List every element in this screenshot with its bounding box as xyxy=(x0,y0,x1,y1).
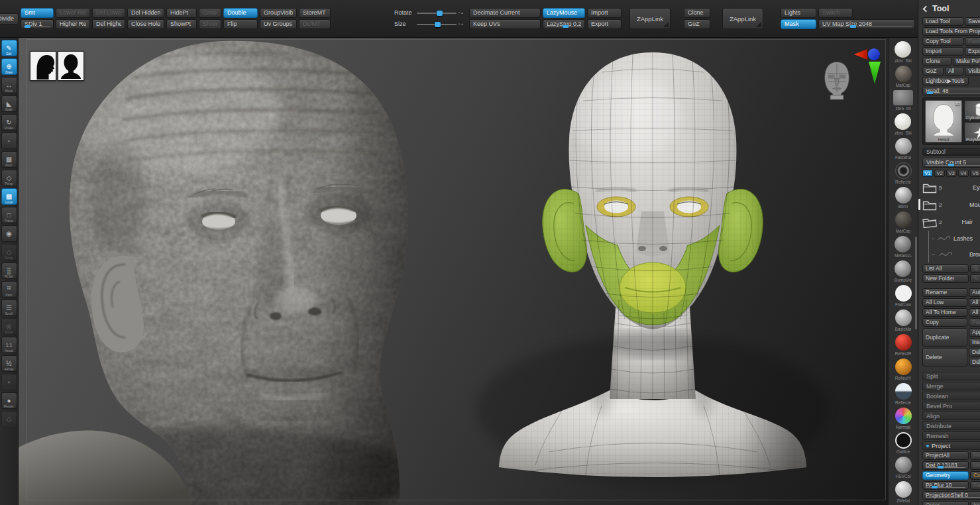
paint-dots-icon[interactable]: ⠛Paint xyxy=(1,281,17,298)
lazystep-0-25-slider[interactable]: LazyStep 0.25 xyxy=(543,19,585,29)
aa-half-icon[interactable]: ½AAHalf xyxy=(1,355,17,372)
move-icon[interactable]: ↔Move xyxy=(1,77,17,93)
list-all-button[interactable]: List All xyxy=(922,264,969,273)
tab-v3[interactable]: V3 xyxy=(946,170,957,177)
section-remesh[interactable]: Remesh xyxy=(922,431,980,440)
section-distribute[interactable]: Distribute xyxy=(922,421,980,430)
append-button[interactable]: Append xyxy=(969,328,980,337)
save-as-button[interactable]: Save As xyxy=(965,17,980,26)
tab-v5[interactable]: V5 xyxy=(970,170,980,177)
insert-button[interactable]: Insert xyxy=(969,338,980,347)
export-button[interactable]: Export xyxy=(587,19,622,29)
zapplink-button[interactable]: ZAppLink xyxy=(722,8,763,29)
section-align[interactable]: Align xyxy=(922,412,980,420)
flip-button[interactable]: Flip xyxy=(223,19,258,29)
duplicate-button[interactable]: Duplicate xyxy=(922,328,967,347)
frame-mesh-icon[interactable]: □Frame xyxy=(1,207,17,223)
material-item-zmetal[interactable]: ZMetal xyxy=(895,481,912,503)
zoom-doc-icon[interactable]: ◎Zoom xyxy=(1,318,17,335)
projectall-button[interactable]: ProjectAll xyxy=(922,451,969,460)
section-bevel-pro[interactable]: Bevel Pro xyxy=(922,402,980,410)
slider-handle[interactable] xyxy=(932,486,938,488)
dim-a-icon[interactable]: ▪ xyxy=(1,374,17,390)
section-merge[interactable]: Merge xyxy=(922,382,980,390)
tab-v4[interactable]: V4 xyxy=(958,170,969,177)
decimate-current-button[interactable]: Decimate Current xyxy=(469,8,541,18)
slider-track[interactable] xyxy=(417,13,457,14)
material-item-outline[interactable]: Outline xyxy=(895,432,912,454)
material-item-matcap[interactable]: MatCap xyxy=(895,66,912,87)
mask-button[interactable]: Mask xyxy=(781,19,816,29)
uv-map-size-2048-slider[interactable]: UV Map Size 2048 xyxy=(818,19,915,29)
outer-button[interactable]: Outer xyxy=(922,501,969,505)
slider-track[interactable] xyxy=(417,24,457,25)
projectionshell-0-slider[interactable]: ProjectionShell 0 xyxy=(922,491,980,500)
uv-groups-button[interactable]: Uv Groups xyxy=(260,19,297,29)
texture-thumbnail-front-icon[interactable] xyxy=(58,51,84,81)
rotate-icon[interactable]: ↻Rotate xyxy=(1,114,17,131)
subtool-item-lashes[interactable]: Lashes xyxy=(932,231,980,247)
material-scrollbar[interactable] xyxy=(915,237,917,329)
material-item-reflecty[interactable]: ReflectY xyxy=(895,359,912,380)
mini-handle-icon[interactable]: ▫ xyxy=(1,133,17,149)
colors-button[interactable]: Colors xyxy=(970,471,980,480)
showpt-button[interactable]: ShowPt xyxy=(166,19,197,29)
current-tool-thumbnail[interactable]: 10Head xyxy=(925,100,962,142)
back-chevron-icon[interactable] xyxy=(923,5,930,12)
load-tools-from-project-button[interactable]: Load Tools From Project xyxy=(922,27,980,36)
autoreorder-button[interactable]: AutoReorder xyxy=(969,288,980,297)
rename-button[interactable]: Rename xyxy=(922,288,967,297)
size-slider[interactable]: Size▪ ▴ xyxy=(390,19,467,29)
slider-handle[interactable] xyxy=(938,466,944,469)
sculpt-scene[interactable] xyxy=(19,38,888,505)
material-item-matcap[interactable]: MatCap xyxy=(895,211,912,233)
draw-pointer-icon[interactable]: ⊕Draw xyxy=(1,58,17,75)
clone-button[interactable]: Clone xyxy=(922,57,952,66)
zapplink-button[interactable]: ZAppLink xyxy=(629,8,671,29)
delete-button[interactable]: Delete xyxy=(922,348,967,366)
sdiv-1-slider[interactable]: SDiv 1 xyxy=(21,19,54,29)
subtool-section-header[interactable]: Subtool xyxy=(922,148,980,156)
photo-capture-icon[interactable]: ◉ xyxy=(1,225,17,242)
material-item-hsvcol[interactable]: HSVCol xyxy=(895,457,912,478)
section-boolean[interactable]: Boolean xyxy=(922,392,980,400)
import-button[interactable]: Import xyxy=(922,47,963,56)
slider-handle[interactable] xyxy=(437,11,443,16)
slider-handle[interactable] xyxy=(25,25,30,28)
smt-button[interactable]: Smt xyxy=(21,8,54,18)
material-item-zbro-im[interactable]: zbro_im xyxy=(893,90,913,111)
subtool-item-mouth[interactable]: 2Mouth xyxy=(922,196,980,213)
subtool-item-eyes[interactable]: 5Eyes xyxy=(922,179,980,196)
all-to-button[interactable]: All To xyxy=(969,308,980,317)
neighbor-tool-polymesh-star[interactable]: PolyMesh3D xyxy=(964,122,980,142)
load-tool-button[interactable]: Load Tool xyxy=(922,17,963,26)
material-item-reflectr[interactable]: ReflectR xyxy=(895,334,912,356)
inner-button[interactable]: Inner xyxy=(970,501,980,505)
current-tool-preview-icon[interactable] xyxy=(820,60,853,101)
del-all-button[interactable]: Del All xyxy=(969,358,980,366)
gizmo-cube-icon[interactable]: ◇ xyxy=(1,411,17,427)
subtool-item-brows[interactable]: Brows xyxy=(932,247,980,262)
material-item-metalscl[interactable]: MetalscL xyxy=(895,236,912,258)
visible-button[interactable]: Visible xyxy=(965,67,980,76)
head-48-slider[interactable]: Head. 48 xyxy=(922,87,980,95)
all-high-button[interactable]: All High xyxy=(969,298,980,307)
perspective-icon[interactable]: ◇Persp xyxy=(1,170,17,186)
all-button[interactable]: All xyxy=(945,67,963,76)
material-item-zbro-ski[interactable]: zbro_Ski xyxy=(895,41,911,63)
pa-blur-10-slider[interactable]: PA Blur 10 xyxy=(922,481,969,490)
storemt-button[interactable]: StoreMT xyxy=(299,8,331,18)
dist-0-13183-slider[interactable]: Dist 0.13183 xyxy=(922,461,969,470)
material-item-bumpvie[interactable]: BumpVie xyxy=(895,260,912,282)
double-button[interactable]: Double xyxy=(223,8,258,18)
rotate-slider[interactable]: Rotate▪ ▴ xyxy=(390,8,467,18)
slider-handle[interactable] xyxy=(435,22,441,27)
material-item-normall[interactable]: Normall xyxy=(895,408,912,429)
slider-handle[interactable] xyxy=(850,25,856,28)
document-canvas[interactable] xyxy=(19,38,888,505)
lights-button[interactable]: Lights xyxy=(781,8,816,18)
copy-button[interactable]: Copy xyxy=(922,318,967,327)
section-split[interactable]: Split xyxy=(922,372,980,380)
subtool-item-hair[interactable]: 2Hair xyxy=(922,213,980,231)
floor-grid-icon[interactable]: ▦Floor xyxy=(1,151,17,168)
